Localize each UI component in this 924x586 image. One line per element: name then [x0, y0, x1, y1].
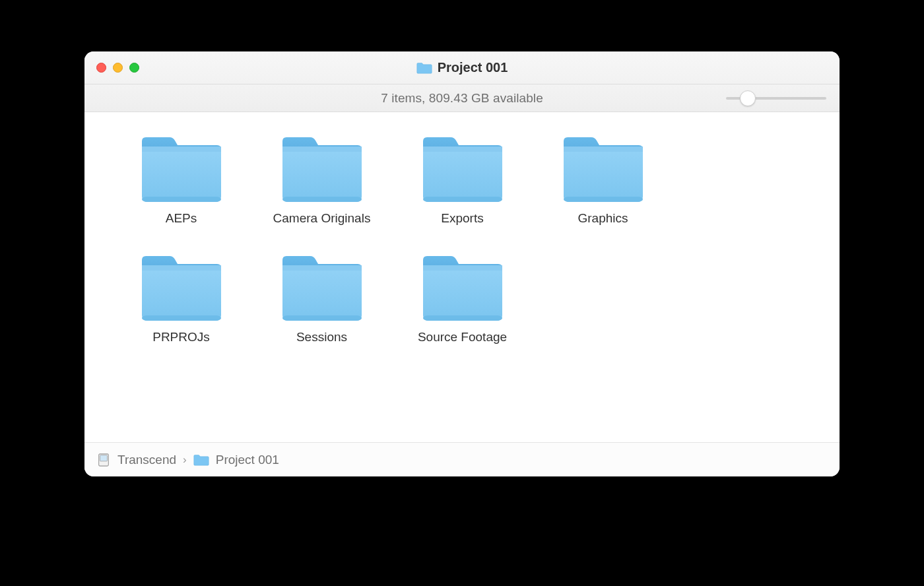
- svg-rect-17: [282, 315, 362, 321]
- folder-item[interactable]: Sessions: [251, 255, 392, 344]
- path-root[interactable]: Transcend: [117, 453, 176, 467]
- svg-rect-13: [142, 265, 221, 271]
- svg-rect-5: [282, 197, 362, 202]
- svg-rect-10: [564, 146, 643, 152]
- maximize-button[interactable]: [129, 63, 139, 73]
- svg-rect-7: [423, 146, 502, 152]
- folder-label: Sessions: [296, 330, 347, 344]
- folder-label: Exports: [441, 211, 483, 226]
- finder-window: Project 001 7 items, 809.43 GB available…: [84, 51, 840, 476]
- svg-rect-0: [142, 146, 221, 202]
- window-title-wrap: Project 001: [84, 60, 840, 75]
- folder-item[interactable]: AEPs: [111, 136, 251, 226]
- folder-label: Camera Originals: [273, 211, 371, 226]
- svg-rect-16: [282, 265, 362, 271]
- window-title: Project 001: [438, 60, 508, 75]
- folder-item[interactable]: PRPROJs: [111, 255, 251, 344]
- chevron-right-icon: ›: [183, 453, 187, 467]
- svg-rect-19: [423, 265, 502, 271]
- icon-size-slider[interactable]: [726, 97, 826, 100]
- folder-label: PRPROJs: [152, 330, 210, 344]
- folder-label: AEPs: [166, 211, 197, 226]
- title-bar: Project 001: [84, 51, 840, 84]
- folder-item[interactable]: Camera Originals: [251, 136, 392, 226]
- folder-label: Source Footage: [418, 330, 507, 344]
- path-current[interactable]: Project 001: [216, 453, 279, 467]
- svg-rect-8: [423, 197, 502, 202]
- minimize-button[interactable]: [113, 63, 123, 73]
- close-button[interactable]: [96, 63, 106, 73]
- folder-label: Graphics: [578, 211, 628, 226]
- svg-rect-11: [564, 197, 643, 202]
- svg-rect-20: [423, 315, 502, 321]
- folder-icon: [193, 454, 209, 466]
- traffic-lights: [84, 63, 139, 73]
- folder-item[interactable]: Exports: [392, 136, 533, 226]
- svg-rect-15: [282, 265, 362, 321]
- folder-item[interactable]: Source Footage: [392, 255, 533, 344]
- svg-rect-18: [423, 265, 502, 321]
- svg-rect-3: [282, 146, 362, 202]
- folder-grid: AEPs Camera Originals Exports: [84, 112, 840, 442]
- svg-rect-12: [142, 265, 221, 321]
- status-text: 7 items, 809.43 GB available: [381, 91, 543, 106]
- svg-rect-2: [142, 197, 221, 202]
- svg-rect-4: [282, 146, 362, 152]
- info-bar: 7 items, 809.43 GB available: [84, 84, 840, 112]
- svg-rect-14: [142, 315, 221, 321]
- svg-rect-1: [142, 146, 221, 152]
- svg-rect-22: [100, 455, 108, 461]
- path-bar: Transcend › Project 001: [84, 442, 840, 476]
- folder-item[interactable]: Graphics: [533, 136, 673, 226]
- drive-icon: [96, 453, 111, 467]
- svg-rect-6: [423, 146, 502, 202]
- svg-rect-9: [564, 146, 643, 202]
- folder-icon: [416, 62, 432, 74]
